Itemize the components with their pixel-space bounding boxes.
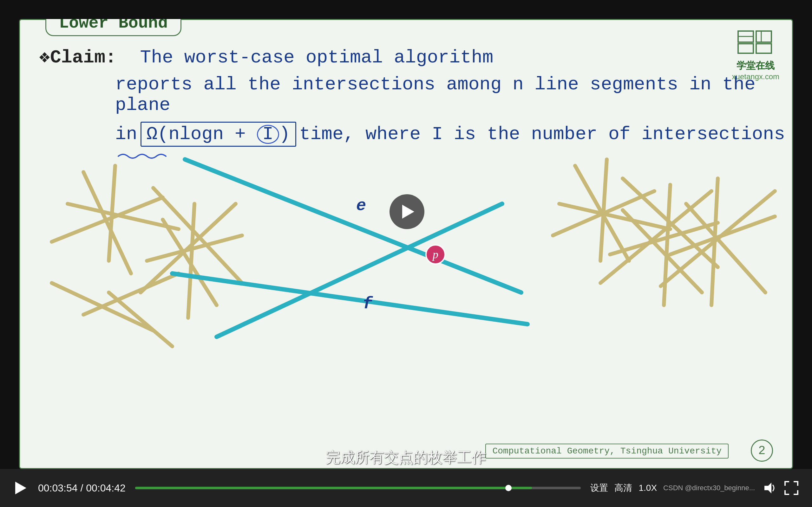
svg-text:f: f <box>362 295 373 314</box>
progress-dot <box>505 485 512 491</box>
slide: Lower Bound 学堂在线 xuetangx.com ❖ <box>19 19 793 469</box>
subtitle: 完成所有交点的枚举工作 <box>326 448 486 467</box>
svg-text:p: p <box>432 248 438 261</box>
svg-line-11 <box>147 235 242 261</box>
fullscreen-icon[interactable] <box>783 480 799 496</box>
play-icon <box>402 205 414 219</box>
time-display: 00:03:54 / 00:04:42 <box>38 482 125 494</box>
video-container: Lower Bound 学堂在线 xuetangx.com ❖ <box>0 0 812 507</box>
top-bar <box>0 0 812 19</box>
time-current: 00:03:54 <box>38 482 78 494</box>
bottom-label: Computational Geometry, Tsinghua Univers… <box>485 444 728 458</box>
csdn-text: CSDN @directx30_beginne... <box>663 484 755 492</box>
progress-bar[interactable] <box>135 487 581 489</box>
speed-label[interactable]: 1.0X <box>639 483 657 493</box>
play-pause-icon <box>15 482 26 494</box>
page-number: 2 <box>751 440 773 462</box>
svg-line-19 <box>172 274 527 324</box>
svg-line-16 <box>84 274 179 315</box>
diagram-svg: p e f <box>20 140 794 362</box>
svg-rect-3 <box>756 31 771 42</box>
claim-text-line1: The worst-case optimal algorithm <box>140 47 494 68</box>
progress-fill <box>135 487 532 489</box>
svg-line-7 <box>67 204 179 229</box>
volume-icon[interactable] <box>761 480 777 496</box>
controls-right: 设置 高清 1.0X CSDN @directx30_beginne... <box>590 480 799 496</box>
svg-line-29 <box>623 210 702 292</box>
play-button[interactable] <box>390 194 424 229</box>
controls-bar: 00:03:54 / 00:04:42 设置 高清 1.0X CSDN @dir… <box>0 469 812 507</box>
svg-line-31 <box>664 185 670 305</box>
settings-label[interactable]: 设置 <box>590 482 608 494</box>
play-pause-button[interactable] <box>13 480 29 496</box>
claim-label: ❖Claim: <box>39 47 116 68</box>
claim-line: ❖Claim: The worst-case optimal algorithm <box>39 45 788 68</box>
diagram: p e f <box>20 140 794 362</box>
svg-line-17 <box>109 292 172 346</box>
svg-marker-38 <box>764 483 771 493</box>
time-total: 00:04:42 <box>86 482 125 494</box>
text-line2: reports all the intersections among n li… <box>115 74 788 115</box>
svg-text:e: e <box>356 196 366 215</box>
time-separator: / <box>80 482 83 494</box>
quality-label[interactable]: 高清 <box>614 482 632 494</box>
